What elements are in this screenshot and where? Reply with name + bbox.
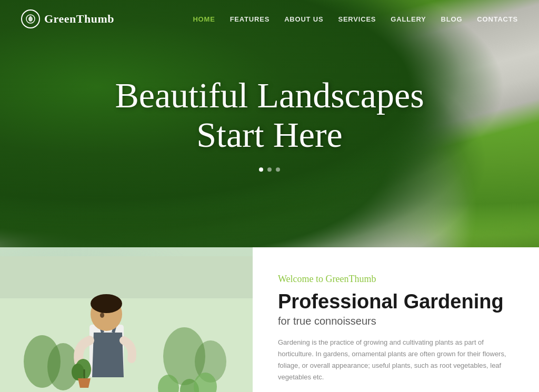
section-subtitle: for true connoisseurs [278, 315, 514, 327]
content-text: Welcome to GreenThumb Professional Garde… [253, 247, 539, 392]
logo[interactable]: GreenThumb [21, 9, 114, 28]
gardener-photo [0, 247, 253, 392]
svg-point-12 [91, 294, 122, 313]
logo-text: GreenThumb [44, 12, 114, 26]
main-nav: HOME FEATURES ABOUT US SERVICES GALLERY … [193, 15, 518, 23]
nav-blog[interactable]: BLOG [441, 15, 463, 23]
header: GreenThumb HOME FEATURES ABOUT US SERVIC… [0, 0, 539, 38]
content-image [0, 247, 253, 392]
hero-dots [112, 167, 427, 172]
nav-gallery[interactable]: GALLERY [391, 15, 426, 23]
hero-title: Beautiful Landscapes Start Here [112, 76, 427, 155]
nav-home[interactable]: HOME [193, 15, 215, 23]
dot-3[interactable] [276, 167, 280, 172]
nav-about[interactable]: ABOUT US [284, 15, 323, 23]
section-title: Professional Gardening [278, 291, 514, 313]
logo-icon [21, 9, 40, 28]
nav-features[interactable]: FEATURES [230, 15, 270, 23]
svg-point-15 [72, 364, 84, 380]
welcome-heading: Welcome to GreenThumb [278, 274, 514, 285]
hero-content: Beautiful Landscapes Start Here [112, 76, 427, 172]
dot-2[interactable] [267, 167, 272, 172]
section-description: Gardening is the practice of growing and… [278, 337, 514, 383]
dot-1[interactable] [259, 167, 263, 172]
nav-services[interactable]: SERVICES [338, 15, 376, 23]
nav-contacts[interactable]: CONTACTS [477, 15, 518, 23]
content-section: Welcome to GreenThumb Professional Garde… [0, 247, 539, 392]
svg-point-13 [100, 313, 104, 318]
